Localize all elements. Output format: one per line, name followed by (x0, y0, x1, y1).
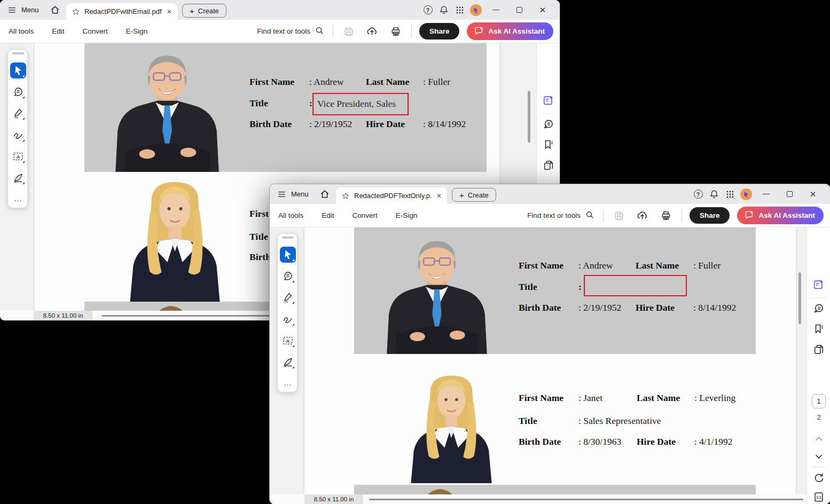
page-thumbnails-button[interactable] (813, 344, 825, 356)
share-button[interactable]: Share (690, 207, 730, 224)
save-button[interactable] (611, 208, 627, 224)
document-tab[interactable]: RedactedPDFTextOnly.p... ✕ (336, 187, 447, 204)
page-thumbnails-button[interactable] (543, 160, 554, 171)
home-icon (319, 189, 330, 200)
account-button[interactable] (468, 2, 484, 18)
help-button[interactable]: ? (690, 186, 706, 202)
more-tools[interactable]: … (10, 190, 26, 206)
home-button[interactable] (47, 4, 63, 17)
create-button[interactable]: + Create (182, 4, 226, 18)
comment-tool[interactable] (280, 268, 296, 284)
find-label: Find text or tools (527, 211, 581, 219)
field-label: Last Name (637, 392, 680, 404)
vertical-scrollbar[interactable] (528, 91, 530, 143)
field-label: Last Name (636, 260, 679, 271)
previous-page-button[interactable] (813, 433, 825, 445)
next-page-button[interactable] (813, 451, 825, 462)
avatar (470, 4, 482, 16)
close-window-button[interactable]: ✕ (531, 2, 554, 18)
fit-page-button[interactable] (813, 491, 825, 503)
upload-cloud-button[interactable] (635, 208, 651, 224)
ai-assistant-icon (543, 94, 554, 107)
add-text-tool[interactable] (280, 333, 296, 349)
nav-all-tools[interactable]: All tools (9, 27, 34, 35)
save-button[interactable] (341, 23, 357, 40)
nav-convert[interactable]: Convert (83, 27, 108, 35)
notifications-button[interactable] (706, 186, 722, 202)
palette-drag-handle[interactable] (282, 237, 294, 239)
select-tool[interactable] (280, 247, 296, 263)
document-viewer[interactable]: First Name : Andrew Last Name : Fuller T… (270, 227, 806, 504)
highlight-tool[interactable] (280, 289, 296, 305)
create-button[interactable]: + Create (452, 188, 496, 202)
grid-icon (455, 5, 465, 15)
ai-assistant-panel-button[interactable] (813, 279, 825, 290)
palette-drag-handle[interactable] (12, 52, 24, 54)
bookmarks-panel-button[interactable] (543, 139, 554, 151)
menu-button[interactable]: Menu (277, 184, 309, 204)
account-button[interactable] (738, 186, 754, 202)
find-button[interactable]: Find text or tools (257, 26, 325, 36)
bookmarks-icon (543, 139, 554, 151)
maximize-button[interactable] (507, 2, 531, 18)
apps-button[interactable] (722, 186, 738, 202)
comment-tool[interactable] (10, 84, 26, 100)
pages-icon (813, 344, 825, 356)
horizontal-scrollbar[interactable] (369, 499, 803, 500)
field-label: First Name (519, 392, 563, 404)
upload-cloud-button[interactable] (364, 23, 380, 40)
page-size-label: 8.50 x 11.00 in (34, 311, 92, 320)
find-button[interactable]: Find text or tools (527, 210, 596, 220)
comments-panel-button[interactable] (543, 119, 554, 130)
ask-ai-assistant-button[interactable]: Ask AI Assistant (467, 22, 553, 40)
ai-assistant-label: Ask AI Assistant (758, 211, 815, 219)
tab-close-icon[interactable]: ✕ (436, 193, 442, 199)
minimize-button[interactable] (484, 2, 507, 18)
nav-edit[interactable]: Edit (322, 211, 334, 219)
employee-section-next (354, 485, 756, 494)
add-text-tool[interactable] (10, 148, 26, 164)
draw-tool[interactable] (10, 127, 26, 143)
ai-assistant-panel-button[interactable] (543, 94, 554, 106)
field-label: Last Name (366, 76, 409, 88)
rotate-page-button[interactable] (813, 472, 825, 484)
nav-esign[interactable]: E-Sign (396, 211, 418, 219)
page-2-indicator[interactable]: 2 (812, 413, 826, 421)
toolbar-divider (411, 25, 412, 38)
apps-button[interactable] (452, 2, 468, 18)
ask-ai-assistant-button[interactable]: Ask AI Assistant (737, 207, 824, 224)
field-label: Title (519, 281, 537, 293)
print-button[interactable] (388, 23, 404, 40)
nav-esign[interactable]: E-Sign (126, 27, 148, 35)
more-tools[interactable]: … (280, 374, 296, 390)
tab-close-icon[interactable]: ✕ (167, 9, 172, 15)
nav-edit[interactable]: Edit (52, 27, 64, 35)
field-label: Birth Date (519, 436, 561, 447)
fill-sign-tool[interactable] (280, 354, 296, 370)
select-tool[interactable] (10, 62, 26, 78)
minimize-icon (763, 194, 770, 195)
highlight-tool[interactable] (10, 105, 26, 121)
redaction-marked-area: Vice President, Sales (312, 93, 409, 115)
save-icon (343, 26, 354, 37)
share-button[interactable]: Share (419, 23, 460, 40)
bookmarks-panel-button[interactable] (813, 323, 825, 335)
nav-all-tools[interactable]: All tools (278, 211, 303, 219)
fill-sign-tool[interactable] (10, 170, 26, 186)
document-tab[interactable]: RedactPDFwithEmail.pdf ✕ (66, 3, 177, 20)
print-button[interactable] (658, 208, 674, 224)
nav-convert[interactable]: Convert (353, 211, 378, 219)
help-button[interactable]: ? (420, 2, 436, 18)
menu-button[interactable]: Menu (7, 0, 39, 20)
draw-tool[interactable] (280, 311, 296, 327)
field-value: : Fuller (693, 260, 721, 271)
close-window-button[interactable]: ✕ (801, 186, 825, 202)
colon: : (578, 281, 582, 293)
minimize-button[interactable] (754, 186, 778, 202)
home-button[interactable] (317, 188, 333, 201)
maximize-button[interactable] (778, 186, 801, 202)
vertical-scrollbar[interactable] (798, 272, 801, 324)
current-page-indicator[interactable]: 1 (812, 394, 826, 408)
notifications-button[interactable] (436, 2, 452, 18)
comments-panel-button[interactable] (813, 303, 825, 314)
